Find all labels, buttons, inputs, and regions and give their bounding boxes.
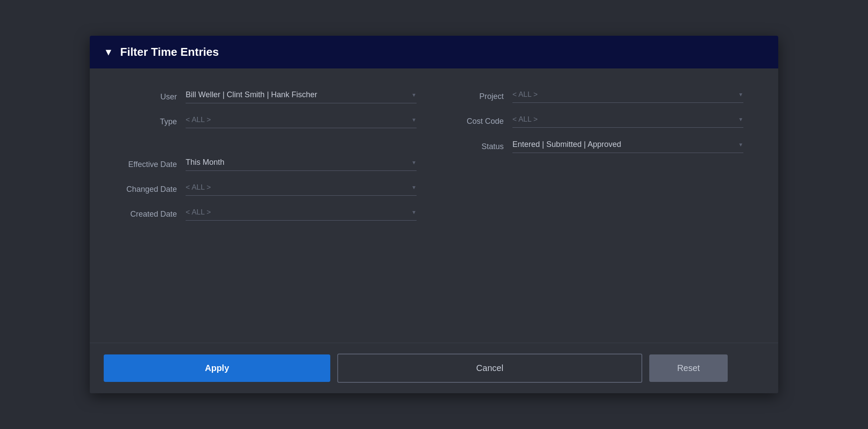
fields-grid: User Bill Weller | Clint Smith | Hank Fi… [125,90,743,330]
project-field-row: Project < ALL > ▼ [451,90,743,103]
effective-date-dropdown-arrow: ▼ [411,160,417,166]
changed-date-dropdown[interactable]: < ALL > ▼ [186,183,417,196]
status-field-row: Status Entered | Submitted | Approved ▼ [451,140,743,153]
effective-date-field-row: Effective Date This Month ▼ [125,158,417,171]
reset-button[interactable]: Reset [649,354,728,382]
status-dropdown[interactable]: Entered | Submitted | Approved ▼ [512,140,743,153]
type-dropdown[interactable]: < ALL > ▼ [186,116,417,128]
created-date-label: Created Date [125,210,186,219]
project-label: Project [451,92,512,101]
user-dropdown-arrow: ▼ [411,92,417,98]
type-value: < ALL > [186,116,211,124]
created-date-value: < ALL > [186,208,211,217]
project-dropdown[interactable]: < ALL > ▼ [512,90,743,103]
effective-date-label: Effective Date [125,160,186,169]
changed-date-field-row: Changed Date < ALL > ▼ [125,183,417,196]
created-date-dropdown-arrow: ▼ [411,209,417,215]
created-date-field-row: Created Date < ALL > ▼ [125,208,417,221]
filter-dialog: ▼ Filter Time Entries User Bill Weller |… [90,36,778,393]
footer-buttons: Apply Cancel Reset [104,354,764,383]
dialog-title: Filter Time Entries [120,45,219,59]
apply-button[interactable]: Apply [104,354,330,382]
changed-date-label: Changed Date [125,185,186,194]
changed-date-dropdown-arrow: ▼ [411,184,417,191]
status-dropdown-arrow: ▼ [738,142,743,148]
effective-date-value: This Month [186,158,224,167]
cost-code-dropdown-arrow: ▼ [738,116,743,123]
cost-code-field-row: Cost Code < ALL > ▼ [451,115,743,128]
status-label: Status [451,142,512,151]
project-dropdown-arrow: ▼ [738,92,743,98]
user-value: Bill Weller | Clint Smith | Hank Fischer [186,90,317,99]
type-label: Type [125,117,186,126]
filter-icon: ▼ [104,47,113,58]
cancel-button[interactable]: Cancel [337,354,642,383]
right-column: Project < ALL > ▼ Cost Code < ALL > ▼ [451,90,743,330]
dialog-body: User Bill Weller | Clint Smith | Hank Fi… [90,68,778,343]
effective-date-dropdown[interactable]: This Month ▼ [186,158,417,171]
cost-code-label: Cost Code [451,117,512,126]
cost-code-value: < ALL > [512,115,538,124]
user-dropdown[interactable]: Bill Weller | Clint Smith | Hank Fischer… [186,90,417,103]
user-field-row: User Bill Weller | Clint Smith | Hank Fi… [125,90,417,103]
created-date-dropdown[interactable]: < ALL > ▼ [186,208,417,221]
changed-date-value: < ALL > [186,183,211,192]
dialog-header: ▼ Filter Time Entries [90,36,778,68]
type-field-row: Type < ALL > ▼ [125,116,417,128]
project-value: < ALL > [512,90,538,99]
user-label: User [125,92,186,102]
left-column: User Bill Weller | Clint Smith | Hank Fi… [125,90,417,330]
type-dropdown-arrow: ▼ [411,117,417,123]
cost-code-dropdown[interactable]: < ALL > ▼ [512,115,743,128]
dialog-footer: Apply Cancel Reset [90,343,778,393]
status-value: Entered | Submitted | Approved [512,140,621,149]
